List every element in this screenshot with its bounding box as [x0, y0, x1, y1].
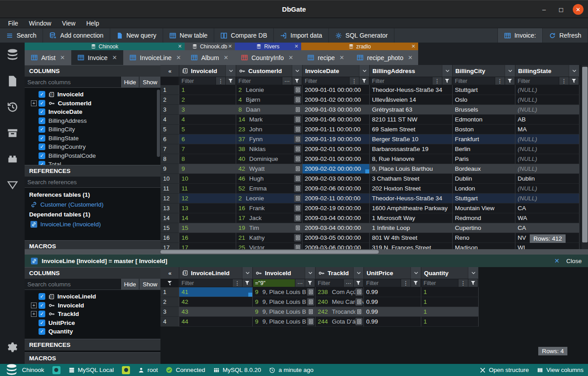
row-number[interactable]: 15: [160, 223, 179, 233]
open-detail-icon[interactable]: [355, 298, 363, 306]
cell-invoiceid[interactable]: 99, Place Louis B: [253, 297, 316, 307]
cell-billingcity[interactable]: Redmond: [453, 213, 515, 223]
cell-billingaddress[interactable]: Berger Straße 10: [370, 134, 453, 144]
open-detail-icon[interactable]: [294, 155, 301, 163]
vertical-scrollbar[interactable]: [582, 65, 588, 249]
cell-billingcity[interactable]: Brussels: [453, 105, 515, 115]
cell-invoicedate[interactable]: 2009-01-06 00:00:00: [303, 115, 370, 125]
funnel-icon[interactable]: [359, 77, 369, 85]
tab-album[interactable]: Album✕: [185, 50, 235, 65]
column-menu-chevron-icon[interactable]: [468, 267, 478, 279]
row-number[interactable]: 4: [160, 115, 179, 125]
cell-customerid[interactable]: 2Leonie: [236, 85, 303, 95]
cell-billingaddress[interactable]: 319 N. Frances Street: [370, 243, 453, 249]
column-header-invoiceid[interactable]: 1InvoiceId: [179, 65, 236, 77]
filter-menu-icon[interactable]: ⋮: [401, 279, 411, 287]
cell-billingaddress[interactable]: 1 Microsoft Way: [370, 213, 453, 223]
row-number[interactable]: 8: [160, 154, 179, 164]
macros-header[interactable]: MACROS: [25, 240, 160, 249]
funnel-icon[interactable]: [569, 77, 579, 85]
cell-billingstate[interactable]: WA: [515, 213, 579, 223]
cell-quantity[interactable]: 1: [421, 297, 479, 307]
funnel-icon[interactable]: [226, 77, 235, 85]
column-menu-chevron-icon[interactable]: [353, 267, 363, 279]
filter-menu-icon[interactable]: ⋮: [350, 77, 359, 85]
cell-billingstate[interactable]: (NULL): [515, 105, 579, 115]
cell-customerid[interactable]: 4Bjørn: [236, 95, 303, 105]
row-number[interactable]: 14: [160, 213, 179, 223]
cell-customerid[interactable]: 23John: [236, 125, 303, 134]
funnel-icon[interactable]: [442, 77, 452, 85]
tab-artist[interactable]: Artist✕: [25, 50, 71, 65]
open-detail-icon[interactable]: [294, 224, 301, 232]
column-item-quantity[interactable]: ✓Quantity: [25, 327, 160, 336]
menu-help[interactable]: Help: [82, 20, 104, 27]
checkbox-checked-icon[interactable]: ✓: [39, 311, 45, 317]
fill-handle[interactable]: [365, 169, 369, 173]
close-tab-icon[interactable]: ✕: [408, 54, 413, 61]
row-number[interactable]: 3: [160, 307, 179, 317]
checkbox-checked-icon[interactable]: ✓: [39, 108, 45, 115]
column-item-billingpostalcode[interactable]: ✓BillingPostalCode: [25, 151, 160, 160]
column-menu-chevron-icon[interactable]: [411, 267, 421, 279]
filter-menu-icon[interactable]: ⋮: [233, 279, 242, 287]
filter-input-billingstate[interactable]: Filter: [516, 77, 559, 85]
checkbox-checked-icon[interactable]: ✓: [39, 126, 45, 133]
column-item-invoiceid[interactable]: +✓InvoiceId: [25, 301, 160, 310]
cell-invoicelineid[interactable]: 44: [179, 317, 253, 327]
menu-window[interactable]: Window: [25, 20, 56, 27]
filter-menu-icon[interactable]: ⋮: [458, 279, 468, 287]
toolbar-button-sql-generator[interactable]: SQL Generator: [329, 28, 394, 43]
cell-trackid[interactable]: 242Trocando E: [316, 307, 364, 317]
cell-invoiceid[interactable]: 14: [179, 213, 236, 223]
column-header-trackid[interactable]: TrackId: [316, 267, 364, 279]
checkbox-checked-icon[interactable]: ✓: [39, 117, 45, 124]
cell-invoiceid[interactable]: 8: [179, 154, 236, 164]
column-header-invoiceid[interactable]: InvoiceId: [253, 267, 316, 279]
column-item-billingcity[interactable]: ✓BillingCity: [25, 125, 160, 134]
row-number[interactable]: 16: [160, 233, 179, 243]
column-menu-chevron-icon[interactable]: [292, 65, 302, 77]
open-detail-icon[interactable]: [355, 308, 363, 315]
checkbox-checked-icon[interactable]: ✓: [39, 320, 45, 326]
sidebar-gear-icon[interactable]: [4, 340, 21, 356]
cell-invoiceid[interactable]: 11: [179, 184, 236, 194]
filter-input-invoicedate[interactable]: Filter: [303, 77, 349, 85]
cell-billingstate[interactable]: CA: [515, 223, 579, 233]
cell-billingaddress[interactable]: 801 W 4th Street: [370, 233, 453, 243]
cell-billingstate[interactable]: (NULL): [515, 154, 579, 164]
cell-billingstate[interactable]: (NULL): [515, 144, 579, 154]
filter-input-billingaddress[interactable]: Filter: [370, 77, 432, 85]
cell-invoiceid[interactable]: 15: [179, 223, 236, 233]
filter-menu-icon[interactable]: ⋮: [432, 77, 442, 85]
row-number[interactable]: 2: [160, 297, 179, 307]
cell-billingstate[interactable]: AB: [515, 115, 579, 125]
column-item-customerid[interactable]: +✓CustomerId: [25, 99, 160, 108]
open-detail-icon[interactable]: [294, 165, 301, 173]
cell-quantity[interactable]: 1: [421, 317, 479, 327]
cell-customerid[interactable]: 8Daan: [236, 105, 303, 115]
cell-billingcity[interactable]: Edmonton: [453, 115, 515, 125]
close-tab-icon[interactable]: ✕: [60, 54, 65, 61]
cell-customerid[interactable]: 38Niklas: [236, 144, 303, 154]
cell-invoicedate[interactable]: 2009-01-03 00:00:00: [303, 105, 370, 115]
cell-invoicedate[interactable]: 2009-01-19 00:00:00: [303, 134, 370, 144]
cell-invoiceid[interactable]: 99, Place Louis B: [253, 287, 316, 297]
statusbar-view-columns[interactable]: View columns: [537, 367, 584, 373]
cell-billingstate[interactable]: (NULL): [515, 164, 579, 174]
column-menu-chevron-icon[interactable]: [442, 65, 452, 77]
fill-handle[interactable]: [248, 293, 252, 297]
open-detail-icon[interactable]: [294, 175, 301, 182]
sidebar-plugin-icon[interactable]: [4, 151, 21, 167]
filter-input-billingcity[interactable]: Filter: [453, 77, 495, 85]
cell-billingaddress[interactable]: 3 Chatham Street: [370, 174, 453, 184]
bottom-search-columns-input[interactable]: Search columns: [25, 279, 121, 290]
close-tab-icon[interactable]: ✕: [288, 54, 293, 61]
cell-trackid[interactable]: 240Meu Caro A: [316, 297, 364, 307]
cell-customerid[interactable]: 40Dominique: [236, 154, 303, 164]
cell-billingstate[interactable]: (NULL): [515, 134, 579, 144]
cell-billingcity[interactable]: Oslo: [453, 95, 515, 105]
menu-view[interactable]: View: [57, 20, 80, 27]
cell-invoicedate[interactable]: 2009-02-03 00:00:00: [303, 174, 370, 184]
cell-billingcity[interactable]: Frankfurt: [453, 134, 515, 144]
